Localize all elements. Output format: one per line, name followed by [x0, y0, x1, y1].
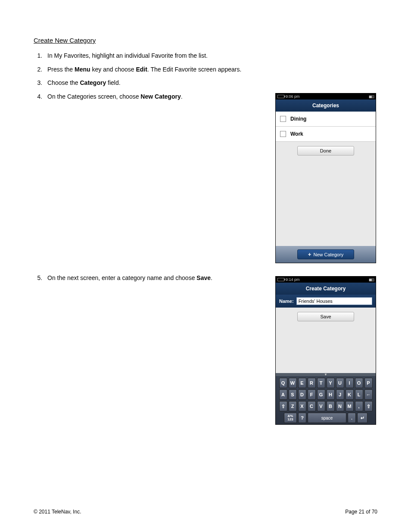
- step-text: .: [211, 274, 212, 281]
- create-content: Save: [276, 308, 376, 373]
- page-number: Page 21 of 70: [345, 509, 377, 515]
- step-text: field.: [106, 79, 120, 86]
- key-m[interactable]: M: [346, 401, 354, 411]
- key-f[interactable]: F: [308, 389, 316, 400]
- new-category-label: New Category: [313, 252, 343, 257]
- categories-screenshot: 9:06 pm ▮▮▯▯ Categories Dining Work Done: [275, 93, 376, 263]
- bottom-bar: + New Category: [276, 246, 376, 263]
- key-u[interactable]: U: [336, 378, 344, 388]
- key-space[interactable]: space: [308, 413, 346, 423]
- key-symbols[interactable]: &%123: [284, 413, 297, 423]
- key-shift-right[interactable]: ⇧: [364, 401, 373, 411]
- status-time: 9:06 pm: [286, 94, 300, 99]
- key-y[interactable]: Y: [327, 378, 335, 388]
- key-x[interactable]: X: [298, 401, 306, 411]
- key-j[interactable]: J: [336, 389, 344, 400]
- step-text: Press the: [47, 66, 75, 73]
- key-b[interactable]: B: [327, 401, 335, 411]
- step-text: .: [181, 93, 183, 100]
- new-category-button[interactable]: + New Category: [297, 249, 354, 259]
- screen-title: Categories: [276, 100, 376, 112]
- key-a[interactable]: A: [279, 389, 287, 400]
- step-text: key and choose: [90, 66, 136, 73]
- key-backspace[interactable]: ←: [364, 389, 373, 400]
- key-k[interactable]: K: [346, 389, 354, 400]
- step-bold: Edit: [136, 66, 147, 73]
- status-bar: 9:14 pm ▮▮▯▯: [276, 277, 376, 283]
- checkbox-icon[interactable]: [280, 116, 286, 122]
- categories-content: Dining Work Done: [276, 112, 376, 246]
- category-label: Work: [290, 131, 303, 137]
- page-footer: © 2011 TeleNav, Inc. Page 21 of 70: [34, 509, 377, 515]
- battery-icon: [277, 278, 284, 281]
- step-text: Choose the: [47, 79, 80, 86]
- key-s[interactable]: S: [289, 389, 297, 400]
- key-e[interactable]: E: [298, 378, 306, 388]
- step-2: Press the Menu key and choose Edit. The …: [44, 65, 377, 74]
- save-button[interactable]: Save: [297, 312, 354, 321]
- key-t[interactable]: T: [317, 378, 325, 388]
- key-comma[interactable]: ,: [355, 401, 363, 411]
- key-h[interactable]: H: [327, 389, 335, 400]
- section-title: Create New Category: [34, 37, 377, 44]
- step-text: . The Edit Favorite screen appears.: [147, 66, 241, 73]
- category-row-work[interactable]: Work: [276, 127, 376, 142]
- keyboard-handle[interactable]: ▼: [276, 373, 376, 376]
- key-c[interactable]: C: [308, 401, 316, 411]
- key-r[interactable]: R: [308, 378, 316, 388]
- key-n[interactable]: N: [336, 401, 344, 411]
- status-bar: 9:06 pm ▮▮▯▯: [276, 93, 376, 100]
- step-text: In My Favorites, highlight an individual…: [47, 52, 208, 59]
- save-button-area: Save: [276, 308, 376, 326]
- battery-icon: [277, 95, 284, 98]
- key-i[interactable]: I: [346, 378, 354, 388]
- step-bold: Save: [196, 274, 211, 281]
- done-button[interactable]: Done: [297, 146, 354, 156]
- key-shift-left[interactable]: ⇧: [279, 401, 287, 411]
- status-time: 9:14 pm: [286, 277, 300, 282]
- step-3: Choose the Category field.: [44, 79, 377, 87]
- key-period[interactable]: .: [348, 413, 356, 423]
- key-v[interactable]: V: [317, 401, 325, 411]
- name-label: Name:: [279, 299, 294, 304]
- category-row-dining[interactable]: Dining: [276, 112, 376, 127]
- category-label: Dining: [290, 116, 306, 122]
- create-category-screenshot: 9:14 pm ▮▮▯▯ Create Category Name: Save …: [275, 276, 376, 425]
- key-question[interactable]: ?: [298, 413, 306, 423]
- key-z[interactable]: Z: [289, 401, 297, 411]
- screen-title: Create Category: [276, 283, 376, 295]
- step-text: On the Categories screen, choose: [47, 93, 140, 100]
- name-field-bar: Name:: [276, 295, 376, 308]
- step-bold: Category: [80, 79, 106, 86]
- signal-icon: ▮▮▯▯: [369, 278, 374, 282]
- plus-icon: +: [308, 252, 311, 257]
- key-enter[interactable]: ↵: [357, 413, 367, 423]
- key-p[interactable]: P: [364, 378, 373, 388]
- key-d[interactable]: D: [298, 389, 306, 400]
- key-g[interactable]: G: [317, 389, 325, 400]
- step-text: On the next screen, enter a category nam…: [47, 274, 196, 281]
- key-o[interactable]: O: [355, 378, 363, 388]
- key-l[interactable]: L: [355, 389, 363, 400]
- step-bold: New Category: [140, 93, 181, 100]
- key-w[interactable]: W: [289, 378, 297, 388]
- step-bold: Menu: [75, 66, 90, 73]
- copyright: © 2011 TeleNav, Inc.: [34, 509, 81, 515]
- checkbox-icon[interactable]: [280, 131, 286, 137]
- key-q[interactable]: Q: [279, 378, 287, 388]
- keyboard: Q W E R T Y U I O P A S D F G H: [276, 376, 376, 424]
- signal-icon: ▮▮▯▯: [369, 95, 374, 99]
- name-input[interactable]: [296, 297, 372, 305]
- done-button-area: Done: [276, 142, 376, 160]
- step-1: In My Favorites, highlight an individual…: [44, 52, 377, 60]
